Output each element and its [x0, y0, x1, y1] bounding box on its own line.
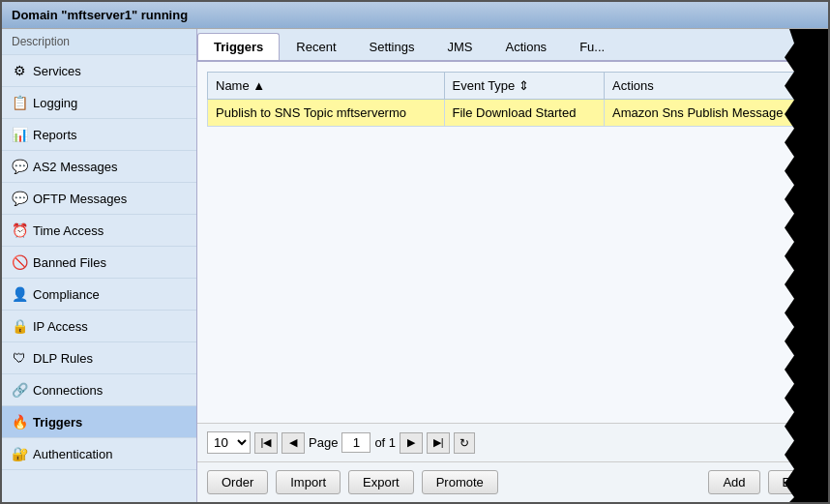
sidebar-label-connections: Connections	[33, 383, 103, 398]
sidebar-item-as2-messages[interactable]: 💬AS2 Messages	[2, 151, 196, 183]
sidebar-item-reports[interactable]: 📊Reports	[2, 119, 196, 151]
next-page-button[interactable]: ▶	[400, 432, 423, 454]
sidebar-item-compliance[interactable]: 👤Compliance	[2, 279, 196, 311]
tab-settings[interactable]: Settings	[353, 33, 431, 60]
sidebar-label-dlp-rules: DLP Rules	[33, 351, 93, 366]
compliance-icon: 👤	[12, 286, 27, 302]
sidebar-item-ip-access[interactable]: 🔒IP Access	[2, 311, 196, 342]
window-title: Domain "mftserver1" running	[12, 8, 188, 22]
sidebar-item-authentication[interactable]: 🔐Authentication	[2, 438, 196, 470]
tab-jms[interactable]: JMS	[430, 33, 489, 60]
sidebar-label-compliance: Compliance	[33, 287, 100, 302]
cell-event_type: File Download Started	[444, 100, 605, 127]
tab-triggers[interactable]: Triggers	[197, 33, 280, 60]
import-button[interactable]: Import	[276, 470, 341, 494]
table-header-row: Name ▲ Event Type ⇕ Actions	[208, 73, 818, 100]
description-label: Description	[12, 35, 70, 48]
sidebar-label-banned-files: Banned Files	[33, 255, 106, 270]
sidebar-label-ip-access: IP Access	[33, 319, 88, 334]
sidebar-label-triggers: Triggers	[33, 415, 82, 430]
oftp-messages-icon: 💬	[12, 191, 27, 206]
col-actions-label: Actions	[612, 78, 654, 93]
toolbar-left: Order Import Export Promote	[207, 470, 498, 494]
tab-recent[interactable]: Recent	[280, 33, 352, 60]
sort-asc-icon: ▲	[252, 78, 265, 93]
connections-icon: 🔗	[12, 382, 27, 398]
col-event-type-label: Event Type	[453, 78, 516, 93]
sidebar-item-oftp-messages[interactable]: 💬OFTP Messages	[2, 183, 196, 215]
sidebar-label-services: Services	[33, 64, 81, 78]
main-layout: Description ⚙Services📋Logging📊Reports💬AS…	[2, 29, 828, 502]
sidebar-item-dlp-rules[interactable]: 🛡DLP Rules	[2, 342, 196, 374]
table-area: Name ▲ Event Type ⇕ Actions	[197, 62, 828, 423]
sidebar-item-logging[interactable]: 📋Logging	[2, 87, 196, 119]
col-name[interactable]: Name ▲	[208, 73, 445, 100]
logging-icon: 📋	[12, 95, 27, 110]
prev-page-button[interactable]: ◀	[282, 432, 305, 454]
as2-messages-icon: 💬	[12, 159, 27, 174]
sidebar-label-authentication: Authentication	[33, 447, 112, 461]
dlp-rules-icon: 🛡	[12, 350, 27, 366]
sidebar-item-banned-files[interactable]: 🚫Banned Files	[2, 247, 196, 279]
of-label: of 1	[374, 435, 396, 450]
order-button[interactable]: Order	[207, 470, 268, 494]
sidebar-item-time-access[interactable]: ⏰Time Access	[2, 215, 196, 247]
reports-icon: 📊	[12, 127, 27, 142]
add-button[interactable]: Add	[708, 470, 759, 494]
authentication-icon: 🔐	[12, 446, 27, 461]
tab-fu[interactable]: Fu...	[563, 33, 621, 60]
col-name-label: Name	[216, 78, 250, 93]
page-input[interactable]	[341, 432, 371, 453]
promote-button[interactable]: Promote	[422, 470, 498, 494]
page-label: Page	[309, 435, 338, 450]
triggers-table: Name ▲ Event Type ⇕ Actions	[207, 72, 818, 127]
sidebar-label-as2-messages: AS2 Messages	[33, 160, 117, 174]
bottom-toolbar: Order Import Export Promote Add Edit	[197, 461, 828, 502]
title-bar: Domain "mftserver1" running	[2, 2, 828, 29]
services-icon: ⚙	[12, 63, 27, 78]
triggers-icon: 🔥	[12, 414, 27, 430]
sidebar-label-logging: Logging	[33, 96, 77, 110]
first-page-button[interactable]: |◀	[254, 432, 278, 454]
table-row[interactable]: Publish to SNS Topic mftservermoFile Dow…	[208, 100, 818, 127]
pagination-bar: 10 25 50 100 |◀ ◀ Page of 1 ▶ ▶| ↻	[197, 423, 828, 461]
banned-files-icon: 🚫	[12, 254, 27, 270]
ip-access-icon: 🔒	[12, 318, 27, 334]
col-event-type[interactable]: Event Type ⇕	[444, 73, 605, 100]
sidebar-label-time-access: Time Access	[33, 223, 104, 238]
export-button[interactable]: Export	[348, 470, 414, 494]
tab-actions[interactable]: Actions	[489, 33, 563, 60]
sort-none-icon: ⇕	[519, 78, 529, 93]
sidebar-item-connections[interactable]: 🔗Connections	[2, 374, 196, 406]
sidebar-item-services[interactable]: ⚙Services	[2, 55, 196, 87]
per-page-select[interactable]: 10 25 50 100	[207, 431, 251, 454]
refresh-button[interactable]: ↻	[454, 432, 475, 454]
main-window: Domain "mftserver1" running Description …	[0, 0, 830, 504]
sidebar-item-triggers[interactable]: 🔥Triggers	[2, 406, 196, 438]
sidebar-label-reports: Reports	[33, 128, 77, 142]
sidebar-label-oftp-messages: OFTP Messages	[33, 192, 127, 206]
sidebar: Description ⚙Services📋Logging📊Reports💬AS…	[2, 29, 197, 502]
last-page-button[interactable]: ▶|	[427, 432, 450, 454]
cell-name: Publish to SNS Topic mftservermo	[208, 100, 445, 127]
tabs-bar: TriggersRecentSettingsJMSActionsFu...	[197, 29, 828, 62]
time-access-icon: ⏰	[12, 222, 27, 238]
sidebar-description[interactable]: Description	[2, 29, 196, 55]
content-area: TriggersRecentSettingsJMSActionsFu... Na…	[197, 29, 828, 502]
